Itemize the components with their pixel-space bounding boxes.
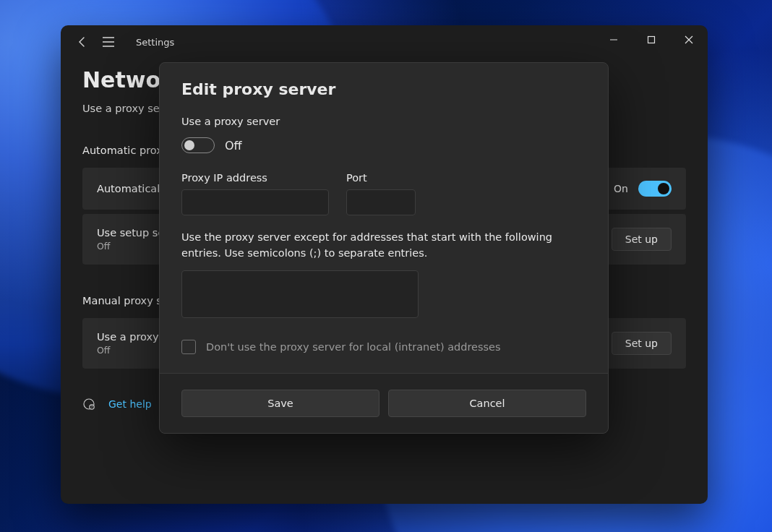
use-proxy-label: Use a proxy server [181,116,586,127]
proxy-port-input[interactable] [346,189,416,215]
maximize-button[interactable] [632,25,670,54]
exceptions-description: Use the proxy server except for addresse… [181,230,586,262]
local-addresses-label: Don't use the proxy server for local (in… [206,341,501,353]
manual-proxy-label: Use a proxy [97,331,159,343]
local-addresses-checkbox[interactable] [181,340,196,354]
manual-proxy-button[interactable]: Set up [612,332,672,355]
proxy-ip-input[interactable] [181,189,329,215]
dialog-title: Edit proxy server [181,80,586,98]
proxy-ip-label: Proxy IP address [181,172,329,184]
minimize-button[interactable] [595,25,632,54]
use-proxy-state: Off [225,139,242,153]
app-title: Settings [136,37,174,48]
exceptions-input[interactable] [181,270,419,318]
manual-proxy-state: Off [97,345,159,356]
save-button[interactable]: Save [181,390,379,417]
auto-detect-state: On [614,183,628,194]
back-icon[interactable] [77,36,88,48]
close-button[interactable] [670,25,708,54]
auto-detect-label: Automatically [97,183,169,194]
hamburger-icon[interactable] [103,37,114,47]
svg-text:?: ? [91,405,93,409]
use-proxy-toggle[interactable] [181,137,215,153]
proxy-port-label: Port [346,172,416,184]
get-help-link[interactable]: Get help [108,398,152,410]
titlebar: Settings [61,25,708,59]
help-icon: ? [82,398,95,411]
edit-proxy-dialog: Edit proxy server Use a proxy server Off… [159,62,609,434]
cancel-button[interactable]: Cancel [388,390,586,417]
auto-detect-toggle[interactable] [638,181,672,197]
svg-rect-0 [648,37,655,43]
setup-script-button[interactable]: Set up [612,228,672,251]
